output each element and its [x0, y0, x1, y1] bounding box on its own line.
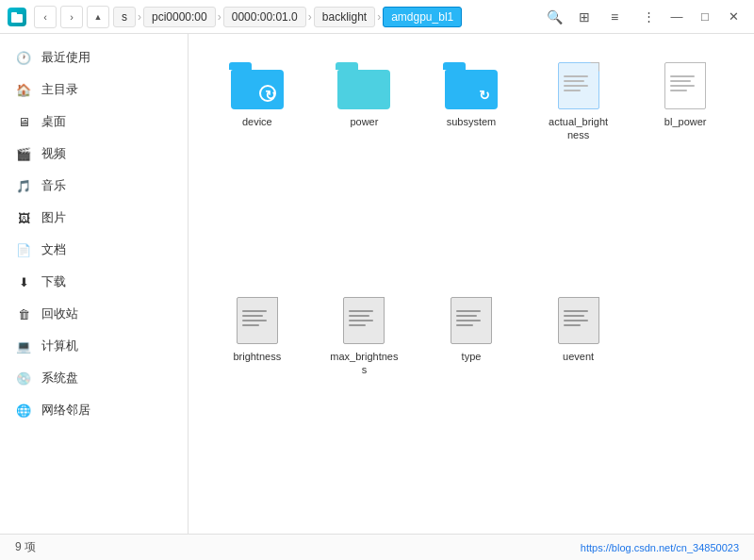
breadcrumb-item-backlight[interactable]: backlight [314, 7, 375, 27]
folder-icon-power [336, 62, 392, 109]
file-item-uevent[interactable]: uevent [529, 288, 629, 515]
file-label-power: power [350, 115, 378, 128]
grid-view-button[interactable]: ⊞ [571, 4, 598, 30]
sidebar-item-desktop[interactable]: 🖥 桌面 [0, 106, 188, 138]
file-icon-actual-brightness [552, 62, 605, 109]
file-icon-brightness [231, 297, 284, 344]
up-button[interactable]: ▲ [87, 6, 109, 28]
file-item-brightness[interactable]: brightness [207, 288, 307, 515]
svg-rect-1 [11, 12, 17, 15]
titlebar: ‹ › ▲ s › pci0000:00 › 0000:00:01.0 › ba… [0, 0, 754, 34]
home-icon: 🏠 [15, 81, 32, 98]
search-button[interactable]: 🔍 [541, 4, 567, 30]
file-item-actual-brightness[interactable]: actual_brightness [529, 53, 629, 280]
sidebar-item-trash[interactable]: 🗑 回收站 [0, 298, 188, 330]
file-label-brightness: brightness [233, 350, 281, 363]
file-label-bl-power: bl_power [664, 115, 707, 128]
video-icon: 🎬 [15, 145, 32, 162]
file-icon-bl-power [659, 62, 712, 109]
item-count: 9 项 [15, 539, 36, 555]
sidebar-item-downloads[interactable]: ⬇ 下载 [0, 266, 188, 298]
content-area: ↻ device power ↻ [188, 34, 754, 534]
download-icon: ⬇ [15, 273, 32, 290]
sidebar: 🕐 最近使用 🏠 主目录 🖥 桌面 🎬 视频 🎵 音乐 🖼 图片 📄 文档 ⬇ [0, 34, 188, 534]
menu-button[interactable]: ⋮ [635, 6, 662, 28]
sidebar-item-computer[interactable]: 💻 计算机 [0, 330, 188, 362]
disk-icon: 💿 [15, 370, 32, 387]
back-button[interactable]: ‹ [34, 6, 57, 28]
breadcrumb-item-amdgpu[interactable]: amdgpu_bl1 [383, 7, 462, 27]
file-item-max-brightness[interactable]: max_brightness [315, 288, 415, 515]
breadcrumb-item-pci[interactable]: pci0000:00 [143, 7, 216, 27]
sidebar-item-recent[interactable]: 🕐 最近使用 [0, 41, 188, 74]
sidebar-item-music[interactable]: 🎵 音乐 [0, 170, 188, 202]
minimize-button[interactable]: — [664, 6, 690, 28]
file-item-power[interactable]: power [315, 53, 415, 280]
svg-rect-0 [11, 14, 23, 23]
file-item-type[interactable]: type [421, 288, 521, 515]
file-label-actual-brightness: actual_brightness [549, 115, 608, 142]
file-icon-max-brightness [337, 297, 390, 344]
clock-icon: 🕐 [15, 49, 32, 66]
breadcrumb-item-s[interactable]: s [113, 7, 136, 27]
sidebar-item-home[interactable]: 🏠 主目录 [0, 74, 188, 106]
music-icon: 🎵 [15, 177, 32, 194]
file-icon-uevent [552, 297, 605, 344]
desktop-icon: 🖥 [15, 113, 32, 130]
app-icon [8, 8, 26, 26]
computer-icon: 💻 [15, 338, 32, 354]
folder-icon-device: ↻ [229, 62, 286, 109]
file-label-uevent: uevent [563, 350, 594, 363]
sidebar-item-documents[interactable]: 📄 文档 [0, 234, 188, 266]
document-icon: 📄 [15, 241, 32, 258]
file-grid: ↻ device power ↻ [207, 53, 735, 515]
close-button[interactable]: ✕ [720, 6, 746, 28]
file-item-bl-power[interactable]: bl_power [635, 53, 735, 280]
maximize-button[interactable]: □ [692, 6, 718, 28]
breadcrumb-item-addr[interactable]: 0000:00:01.0 [223, 7, 306, 27]
window-controls: ⋮ — □ ✕ [635, 6, 746, 28]
file-label-subsystem: subsystem [447, 115, 497, 128]
file-label-type: type [462, 350, 482, 363]
main-layout: 🕐 最近使用 🏠 主目录 🖥 桌面 🎬 视频 🎵 音乐 🖼 图片 📄 文档 ⬇ [0, 34, 754, 534]
sidebar-item-pictures[interactable]: 🖼 图片 [0, 202, 188, 234]
sidebar-item-systemdisk[interactable]: 💿 系统盘 [0, 362, 188, 394]
statusbar: 9 项 https://blog.csdn.net/cn_34850023 [0, 534, 754, 560]
trash-icon: 🗑 [15, 305, 32, 322]
sidebar-item-network[interactable]: 🌐 网络邻居 [0, 394, 188, 426]
file-label-max-brightness: max_brightness [330, 350, 398, 377]
image-icon: 🖼 [15, 209, 32, 226]
watermark: https://blog.csdn.net/cn_34850023 [581, 542, 739, 553]
file-item-device[interactable]: ↻ device [207, 53, 307, 280]
network-icon: 🌐 [15, 402, 32, 419]
list-view-button[interactable]: ≡ [601, 4, 628, 30]
sidebar-item-video[interactable]: 🎬 视频 [0, 138, 188, 170]
forward-button[interactable]: › [60, 6, 83, 28]
file-icon-type [445, 297, 498, 344]
file-item-subsystem[interactable]: ↻ subsystem [421, 53, 521, 280]
folder-icon-subsystem: ↻ [443, 62, 500, 109]
file-label-device: device [242, 115, 272, 128]
breadcrumb: s › pci0000:00 › 0000:00:01.0 › backligh… [113, 7, 537, 27]
